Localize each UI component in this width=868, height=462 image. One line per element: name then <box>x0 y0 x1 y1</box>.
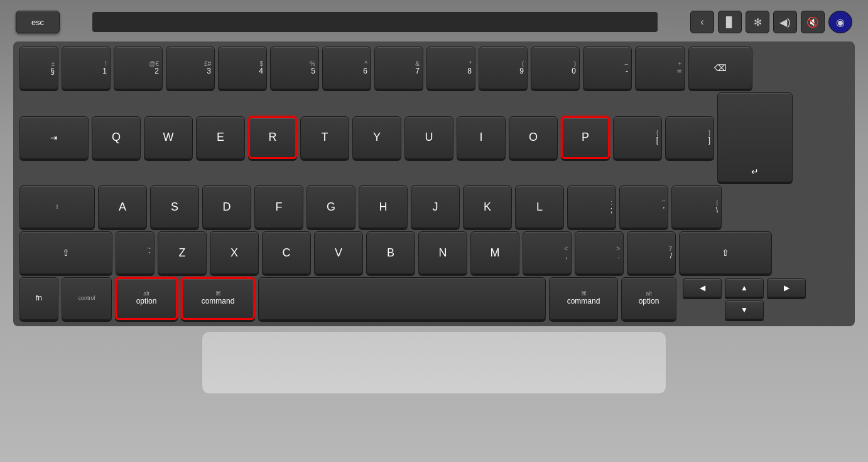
key-comma[interactable]: < , <box>523 231 572 274</box>
key-command-right[interactable]: ⌘ command <box>549 277 618 320</box>
key-v[interactable]: V <box>314 231 363 274</box>
key-z[interactable]: Z <box>158 231 207 274</box>
keyboard-wrap: esc ‹ ▊ ✻ ◀) 🔇 ◉ ± § ! 1 @€ 2 <box>0 0 868 462</box>
key-c[interactable]: C <box>262 231 311 274</box>
key-shift-right[interactable]: ⇧ <box>679 231 772 274</box>
key-3[interactable]: £# 3 <box>166 47 215 89</box>
key-d[interactable]: D <box>202 185 251 228</box>
key-9[interactable]: ( 9 <box>479 47 528 89</box>
key-a[interactable]: A <box>98 185 147 228</box>
tb-icon-siri[interactable]: ◉ <box>828 11 852 33</box>
key-2[interactable]: @€ 2 <box>114 47 163 89</box>
key-enter[interactable]: ↵ <box>717 92 793 182</box>
key-l[interactable]: L <box>515 185 564 228</box>
key-7[interactable]: & 7 <box>374 47 423 89</box>
key-b[interactable]: B <box>366 231 415 274</box>
key-e[interactable]: E <box>196 116 245 159</box>
zxcv-row: ⇧ ~ ` Z X C V B N <box>19 231 849 274</box>
key-5[interactable]: % 5 <box>270 47 319 89</box>
key-j[interactable]: J <box>411 185 460 228</box>
key-p[interactable]: P <box>561 116 610 159</box>
key-tilde2[interactable]: ~ ` <box>116 231 155 274</box>
key-arrow-right[interactable]: ▶ <box>767 278 806 297</box>
key-minus[interactable]: – - <box>583 47 632 89</box>
key-arrow-left[interactable]: ◀ <box>683 278 722 297</box>
key-o[interactable]: O <box>509 116 558 159</box>
key-w[interactable]: W <box>144 116 193 159</box>
key-period[interactable]: > . <box>575 231 624 274</box>
key-option-right[interactable]: alt option <box>621 277 676 320</box>
arrow-cluster: ◀ ▲ ▶ ▼ <box>683 278 806 319</box>
key-bracket-right[interactable]: } ] <box>665 116 714 159</box>
key-space[interactable] <box>258 277 546 320</box>
key-option-left[interactable]: alt option <box>115 277 178 320</box>
key-semicolon[interactable]: : ; <box>567 185 616 228</box>
key-4[interactable]: $ 4 <box>218 47 267 89</box>
key-equals[interactable]: + = <box>635 47 685 89</box>
key-h[interactable]: H <box>359 185 408 228</box>
key-m[interactable]: M <box>470 231 519 274</box>
key-1[interactable]: ! 1 <box>62 47 111 89</box>
key-quote[interactable]: " ' <box>619 185 668 228</box>
asdf-row: ⇪ A S D F G H J K <box>19 185 849 228</box>
key-bracket-left[interactable]: { [ <box>613 116 662 159</box>
key-t[interactable]: T <box>300 116 349 159</box>
tb-icon-volume[interactable]: ◀) <box>773 11 797 33</box>
key-r[interactable]: R <box>248 116 297 159</box>
key-y[interactable]: Y <box>352 116 401 159</box>
keyboard-body: ± § ! 1 @€ 2 £# 3 $ 4 % 5 <box>13 41 855 326</box>
key-8[interactable]: * 8 <box>426 47 475 89</box>
key-i[interactable]: I <box>457 116 506 159</box>
key-tab[interactable]: ⇥ <box>19 116 89 159</box>
key-f[interactable]: F <box>254 185 303 228</box>
key-q[interactable]: Q <box>92 116 141 159</box>
touch-bar-strip <box>92 12 658 32</box>
key-6[interactable]: ^ 6 <box>322 47 371 89</box>
trackpad[interactable] <box>202 331 666 394</box>
tb-icon-brightness[interactable]: ✻ <box>746 11 769 33</box>
touch-bar-right: ‹ ▊ ✻ ◀) 🔇 ◉ <box>690 11 852 33</box>
key-arrow-up[interactable]: ▲ <box>725 278 764 297</box>
bottom-row: fn control alt option ⌘ command ⌘ comman… <box>19 277 849 320</box>
key-g[interactable]: G <box>307 185 355 228</box>
number-row: ± § ! 1 @€ 2 £# 3 $ 4 % 5 <box>19 47 849 89</box>
key-x[interactable]: X <box>210 231 259 274</box>
key-fn[interactable]: fn <box>19 277 58 320</box>
key-n[interactable]: N <box>418 231 467 274</box>
key-shift-left[interactable]: ⇧ <box>19 231 112 274</box>
tb-icon-mute[interactable]: 🔇 <box>801 11 825 33</box>
tb-icon-back[interactable]: ‹ <box>690 11 714 33</box>
key-command-left[interactable]: ⌘ command <box>181 277 255 320</box>
esc-key[interactable]: esc <box>16 11 60 33</box>
touch-bar-row: esc ‹ ▊ ✻ ◀) 🔇 ◉ <box>13 6 855 38</box>
key-arrow-down[interactable]: ▼ <box>725 300 764 319</box>
key-backspace[interactable]: ⌫ <box>688 47 752 89</box>
key-capslock[interactable]: ⇪ <box>19 185 95 228</box>
key-backslash[interactable]: | \ <box>671 185 722 228</box>
key-k[interactable]: K <box>463 185 512 228</box>
tb-icon-media[interactable]: ▊ <box>718 11 742 33</box>
key-s[interactable]: S <box>150 185 199 228</box>
key-control[interactable]: control <box>62 277 112 320</box>
key-slash[interactable]: ? / <box>627 231 676 274</box>
key-0[interactable]: ) 0 <box>531 47 580 89</box>
key-u[interactable]: U <box>404 116 453 159</box>
key-tilde[interactable]: ± § <box>19 47 58 89</box>
touch-bar-left: esc <box>16 11 60 33</box>
qwerty-row: ⇥ Q W E R T Y U I <box>19 92 849 182</box>
